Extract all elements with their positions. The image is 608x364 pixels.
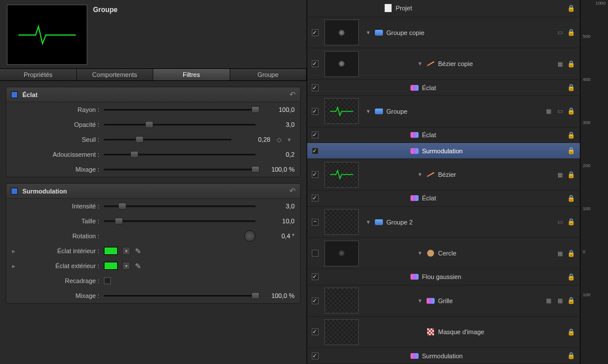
layer-thumbnail[interactable] bbox=[324, 288, 359, 313]
layer-thumbnail[interactable] bbox=[324, 51, 359, 77]
lock-icon[interactable]: 🔒 bbox=[567, 297, 575, 304]
disclosure-icon[interactable]: ▸ bbox=[12, 262, 19, 270]
filmstrip-icon[interactable]: ▦ bbox=[556, 60, 564, 67]
value-rayon[interactable]: 100,0 bbox=[260, 106, 295, 113]
layer-thumbnail[interactable] bbox=[324, 20, 359, 45]
tab-group[interactable]: Groupe bbox=[230, 69, 307, 80]
layer-thumbnail[interactable] bbox=[324, 319, 359, 345]
row-eclat-1[interactable]: Éclat 🔒 bbox=[307, 80, 580, 96]
mask-icon[interactable]: ▩ bbox=[544, 297, 552, 304]
section-head-surmodulation[interactable]: Surmodulation ↶ bbox=[6, 184, 300, 199]
disclosure-icon[interactable]: ▸ bbox=[12, 247, 19, 255]
value-seuil[interactable]: 0,28 bbox=[236, 136, 270, 143]
visibility-checkbox[interactable] bbox=[312, 131, 319, 138]
row-groupe-copie[interactable]: ▼ Groupe copie ▭ 🔒 bbox=[307, 17, 580, 49]
lock-icon[interactable]: 🔒 bbox=[567, 108, 575, 115]
row-groupe-2[interactable]: ▼ Groupe 2 ▭ 🔒 bbox=[307, 207, 580, 238]
stack-icon[interactable]: ▭ bbox=[556, 29, 564, 36]
visibility-checkbox[interactable] bbox=[312, 171, 319, 178]
slider-adoucissement[interactable] bbox=[104, 150, 255, 158]
visibility-checkbox[interactable] bbox=[312, 328, 319, 335]
slider-taille[interactable] bbox=[104, 217, 255, 225]
layer-thumbnail[interactable] bbox=[324, 98, 359, 124]
recadrage-checkbox[interactable] bbox=[104, 277, 111, 284]
disclosure-icon[interactable]: ▼ bbox=[417, 61, 423, 67]
disclosure-icon[interactable]: ▼ bbox=[366, 109, 371, 114]
stack-icon[interactable]: ▭ bbox=[556, 108, 564, 115]
disclosure-icon[interactable]: ▼ bbox=[366, 30, 371, 36]
filmstrip-icon[interactable]: ▦ bbox=[556, 250, 564, 257]
filmstrip-icon[interactable]: ▦ bbox=[556, 297, 564, 304]
lock-icon[interactable]: 🔒 bbox=[567, 131, 575, 138]
lock-icon[interactable]: 🔒 bbox=[567, 328, 575, 335]
reset-icon[interactable]: ↶ bbox=[289, 187, 296, 195]
slider-mixage[interactable] bbox=[104, 292, 255, 300]
lock-icon[interactable]: 🔒 bbox=[567, 5, 575, 11]
tab-behaviors[interactable]: Comportements bbox=[77, 69, 154, 80]
row-masque-image[interactable]: Masque d'image 🔒 bbox=[307, 317, 580, 348]
row-grille[interactable]: ▼ Grille ▩ ▦ 🔒 bbox=[307, 285, 580, 317]
row-flou-gaussien[interactable]: Flou gaussien 🔒 bbox=[307, 269, 580, 285]
visibility-checkbox[interactable] bbox=[312, 273, 319, 280]
layer-thumbnail[interactable] bbox=[324, 209, 359, 235]
lock-icon[interactable]: 🔒 bbox=[567, 273, 575, 280]
value-adoucissement[interactable]: 0,2 bbox=[260, 151, 295, 158]
lock-icon[interactable]: 🔒 bbox=[567, 60, 575, 67]
layer-thumbnail[interactable] bbox=[324, 241, 359, 266]
row-cercle[interactable]: ▼ Cercle ▦ 🔒 bbox=[307, 238, 580, 269]
disclosure-icon[interactable]: ▼ bbox=[417, 172, 423, 177]
keyframe-icon[interactable]: ◇ bbox=[275, 135, 283, 144]
visibility-checkbox[interactable] bbox=[312, 219, 319, 226]
section-head-eclat[interactable]: Éclat ↶ bbox=[6, 87, 300, 102]
disclosure-icon[interactable]: ▼ bbox=[417, 250, 423, 256]
visibility-checkbox[interactable] bbox=[312, 84, 319, 91]
eyedropper-icon[interactable]: ✎ bbox=[135, 262, 141, 270]
value-rotation[interactable]: 0,4 ° bbox=[260, 233, 295, 239]
lock-icon[interactable]: 🔒 bbox=[567, 148, 575, 154]
eyedropper-icon[interactable]: ✎ bbox=[135, 247, 141, 255]
row-surmodulation-2[interactable]: Surmodulation 🔒 bbox=[307, 348, 580, 364]
visibility-checkbox[interactable] bbox=[312, 108, 319, 115]
value-taille[interactable]: 10,0 bbox=[260, 218, 295, 224]
row-groupe[interactable]: ▼ Groupe ▦ ▭ 🔒 bbox=[307, 96, 580, 127]
visibility-checkbox[interactable] bbox=[312, 148, 319, 154]
visibility-checkbox[interactable] bbox=[312, 250, 319, 257]
row-eclat-3[interactable]: Éclat 🔒 bbox=[307, 191, 580, 207]
rotation-dial[interactable] bbox=[244, 230, 255, 242]
disclosure-icon[interactable]: ▼ bbox=[417, 298, 423, 304]
stack-icon[interactable]: ▭ bbox=[556, 219, 564, 226]
value-intensite[interactable]: 3,0 bbox=[260, 203, 295, 210]
visibility-checkbox[interactable] bbox=[312, 195, 319, 202]
lock-icon[interactable]: 🔒 bbox=[567, 195, 575, 202]
color-swatch[interactable] bbox=[104, 262, 118, 270]
visibility-checkbox[interactable] bbox=[312, 60, 319, 67]
lock-icon[interactable]: 🔒 bbox=[567, 219, 575, 226]
value-opacite[interactable]: 3,0 bbox=[260, 121, 295, 128]
lock-icon[interactable]: 🔒 bbox=[567, 29, 575, 36]
slider-mixage[interactable] bbox=[104, 165, 255, 173]
enable-checkbox[interactable] bbox=[11, 188, 18, 195]
chevron-down-icon[interactable]: ▾ bbox=[122, 247, 130, 255]
lock-icon[interactable]: 🔒 bbox=[567, 171, 575, 178]
enable-checkbox[interactable] bbox=[11, 91, 18, 98]
slider-rayon[interactable] bbox=[104, 106, 255, 114]
value-mixage[interactable]: 100,0 % bbox=[260, 166, 295, 173]
lock-icon[interactable]: 🔒 bbox=[567, 353, 575, 359]
tab-filters[interactable]: Filtres bbox=[153, 69, 230, 80]
color-swatch[interactable] bbox=[104, 247, 118, 255]
filmstrip-icon[interactable]: ▦ bbox=[544, 108, 552, 115]
slider-seuil[interactable] bbox=[104, 135, 231, 144]
preview-thumbnail[interactable] bbox=[7, 5, 87, 65]
slider-opacite[interactable] bbox=[104, 121, 255, 129]
tab-properties[interactable]: Propriétés bbox=[0, 69, 77, 80]
lock-icon[interactable]: 🔒 bbox=[567, 84, 575, 91]
row-projet[interactable]: Projet 🔒 bbox=[307, 0, 580, 17]
row-bezier-copie[interactable]: ▼ Bézier copie ▦ 🔒 bbox=[307, 48, 580, 80]
lock-icon[interactable]: 🔒 bbox=[567, 250, 575, 257]
visibility-checkbox[interactable] bbox=[312, 353, 319, 359]
layer-thumbnail[interactable] bbox=[324, 162, 359, 188]
visibility-checkbox[interactable] bbox=[312, 29, 319, 36]
reset-icon[interactable]: ↶ bbox=[289, 90, 296, 99]
filmstrip-icon[interactable]: ▦ bbox=[556, 171, 564, 178]
slider-intensite[interactable] bbox=[104, 202, 255, 210]
